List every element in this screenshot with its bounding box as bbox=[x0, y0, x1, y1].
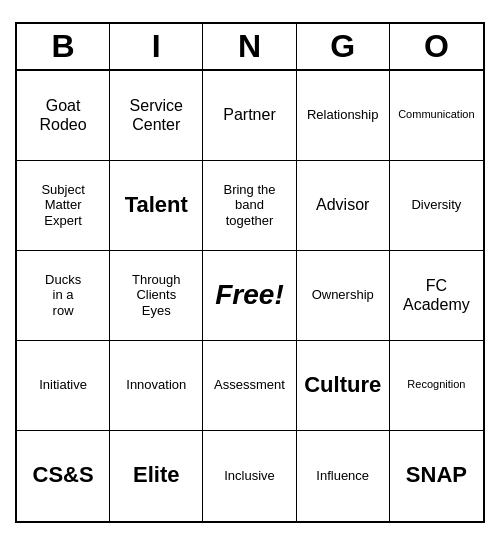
cell-label: Influence bbox=[316, 468, 369, 484]
cell-label: Ownership bbox=[312, 287, 374, 303]
cell-label: Initiative bbox=[39, 377, 87, 393]
cell-label: Talent bbox=[125, 192, 188, 218]
header-letter: G bbox=[297, 24, 390, 69]
bingo-cell: Ducks in a row bbox=[17, 251, 110, 341]
bingo-cell: Assessment bbox=[203, 341, 296, 431]
bingo-cell: Recognition bbox=[390, 341, 483, 431]
bingo-cell: Elite bbox=[110, 431, 203, 521]
bingo-cell: CS&S bbox=[17, 431, 110, 521]
bingo-header: BINGO bbox=[17, 24, 483, 71]
cell-label: CS&S bbox=[33, 462, 94, 488]
cell-label: Subject Matter Expert bbox=[41, 182, 84, 229]
cell-label: Free! bbox=[215, 278, 283, 312]
bingo-cell: Bring the band together bbox=[203, 161, 296, 251]
cell-label: FC Academy bbox=[403, 276, 470, 314]
cell-label: Culture bbox=[304, 372, 381, 398]
cell-label: Recognition bbox=[407, 378, 465, 391]
bingo-cell: Innovation bbox=[110, 341, 203, 431]
bingo-grid: Goat RodeoService CenterPartnerRelations… bbox=[17, 71, 483, 521]
bingo-cell: Advisor bbox=[297, 161, 390, 251]
cell-label: Through Clients Eyes bbox=[132, 272, 180, 319]
cell-label: SNAP bbox=[406, 462, 467, 488]
bingo-cell: Talent bbox=[110, 161, 203, 251]
bingo-cell: FC Academy bbox=[390, 251, 483, 341]
cell-label: Ducks in a row bbox=[45, 272, 81, 319]
bingo-card: BINGO Goat RodeoService CenterPartnerRel… bbox=[15, 22, 485, 523]
bingo-cell: Relationship bbox=[297, 71, 390, 161]
bingo-cell: Ownership bbox=[297, 251, 390, 341]
bingo-cell: Goat Rodeo bbox=[17, 71, 110, 161]
cell-label: Partner bbox=[223, 105, 275, 124]
bingo-cell: Inclusive bbox=[203, 431, 296, 521]
cell-label: Innovation bbox=[126, 377, 186, 393]
bingo-cell: Initiative bbox=[17, 341, 110, 431]
header-letter: O bbox=[390, 24, 483, 69]
bingo-cell: Diversity bbox=[390, 161, 483, 251]
cell-label: Goat Rodeo bbox=[40, 96, 87, 134]
cell-label: Service Center bbox=[130, 96, 183, 134]
cell-label: Relationship bbox=[307, 107, 379, 123]
cell-label: Bring the band together bbox=[223, 182, 275, 229]
header-letter: B bbox=[17, 24, 110, 69]
bingo-cell: Subject Matter Expert bbox=[17, 161, 110, 251]
header-letter: N bbox=[203, 24, 296, 69]
cell-label: Communication bbox=[398, 108, 474, 121]
cell-label: Assessment bbox=[214, 377, 285, 393]
cell-label: Diversity bbox=[411, 197, 461, 213]
header-letter: I bbox=[110, 24, 203, 69]
cell-label: Inclusive bbox=[224, 468, 275, 484]
bingo-cell: Communication bbox=[390, 71, 483, 161]
bingo-cell: SNAP bbox=[390, 431, 483, 521]
bingo-cell: Partner bbox=[203, 71, 296, 161]
bingo-cell: Through Clients Eyes bbox=[110, 251, 203, 341]
cell-label: Elite bbox=[133, 462, 179, 488]
bingo-cell: Influence bbox=[297, 431, 390, 521]
bingo-cell: Free! bbox=[203, 251, 296, 341]
bingo-cell: Culture bbox=[297, 341, 390, 431]
cell-label: Advisor bbox=[316, 195, 369, 214]
bingo-cell: Service Center bbox=[110, 71, 203, 161]
